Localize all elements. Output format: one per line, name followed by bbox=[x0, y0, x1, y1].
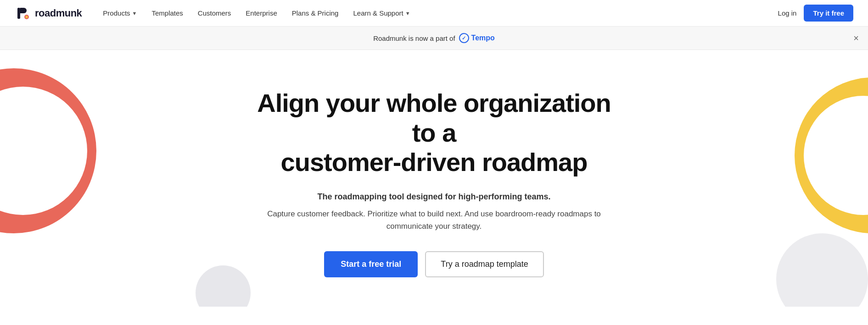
tempo-logo: ✓ Tempo bbox=[459, 33, 495, 43]
navbar: roadmunk Products ▼ Templates Customers … bbox=[0, 0, 868, 27]
chevron-down-icon: ▼ bbox=[132, 11, 137, 16]
banner-text: Roadmunk is now a part of bbox=[373, 34, 455, 42]
nav-item-plans[interactable]: Plans & Pricing bbox=[286, 6, 345, 21]
logo-icon bbox=[15, 5, 31, 22]
nav-item-learn[interactable]: Learn & Support ▼ bbox=[347, 6, 416, 21]
decorative-shape-bottom-right bbox=[776, 233, 868, 307]
login-link[interactable]: Log in bbox=[778, 9, 797, 17]
decorative-shape-left bbox=[0, 68, 96, 233]
banner-close-button[interactable]: × bbox=[853, 33, 859, 43]
logo-text: roadmunk bbox=[35, 7, 82, 19]
tempo-brand-name: Tempo bbox=[471, 34, 495, 42]
nav-links: Products ▼ Templates Customers Enterpris… bbox=[96, 6, 778, 21]
decorative-shape-right bbox=[776, 77, 868, 233]
start-free-trial-button[interactable]: Start a free trial bbox=[324, 251, 418, 277]
nav-right: Log in Try it free bbox=[778, 5, 853, 22]
nav-item-enterprise[interactable]: Enterprise bbox=[239, 6, 283, 21]
nav-item-templates[interactable]: Templates bbox=[145, 6, 189, 21]
nav-item-products[interactable]: Products ▼ bbox=[96, 6, 143, 21]
hero-body: Capture customer feedback. Prioritize wh… bbox=[255, 208, 613, 232]
hero-buttons: Start a free trial Try a roadmap templat… bbox=[255, 251, 613, 277]
decorative-shape-bottom-left bbox=[196, 265, 251, 307]
tempo-check-icon: ✓ bbox=[459, 33, 469, 43]
hero-section: Align your whole organization to a custo… bbox=[0, 50, 868, 307]
svg-point-3 bbox=[26, 16, 28, 18]
nav-item-customers[interactable]: Customers bbox=[191, 6, 238, 21]
hero-subtitle: The roadmapping tool designed for high-p… bbox=[255, 190, 613, 204]
banner-content: Roadmunk is now a part of ✓ Tempo bbox=[373, 33, 495, 43]
chevron-down-icon: ▼ bbox=[405, 11, 410, 16]
try-roadmap-template-button[interactable]: Try a roadmap template bbox=[425, 251, 543, 277]
try-free-button[interactable]: Try it free bbox=[804, 5, 853, 22]
hero-content: Align your whole organization to a custo… bbox=[255, 88, 613, 277]
svg-rect-1 bbox=[17, 8, 20, 19]
hero-title: Align your whole organization to a custo… bbox=[255, 88, 613, 177]
logo[interactable]: roadmunk bbox=[15, 5, 82, 22]
announcement-banner: Roadmunk is now a part of ✓ Tempo × bbox=[0, 27, 868, 50]
